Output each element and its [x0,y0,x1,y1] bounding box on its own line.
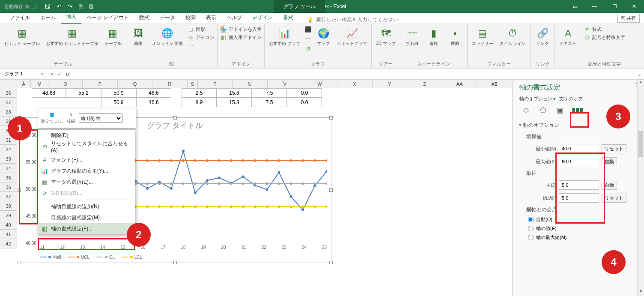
row-header[interactable]: 38 [0,201,17,211]
col-header[interactable]: Z [407,80,442,88]
tab-insert[interactable]: 挿入 [61,11,81,24]
major-input[interactable] [559,180,599,190]
col-header[interactable]: M [31,80,49,88]
outline-button[interactable]: ✎枠線 [67,113,75,124]
major-auto-button[interactable]: 自動 [602,181,617,190]
print-icon[interactable]: 🗎 [88,3,94,10]
menu-delete[interactable]: 削除(D) [38,130,135,141]
pivot-table-button[interactable]: ▦ピボット テーブル [3,26,42,47]
min-reset-button[interactable]: リセット [602,144,626,153]
size-icon[interactable]: ▣ [555,105,565,115]
spark-winloss-button[interactable]: ▪勝敗 [446,26,465,47]
col-header[interactable]: O [48,80,83,88]
fx-icon[interactable]: fx [66,71,70,77]
text-options-link[interactable]: 文字のオプ [559,96,583,102]
cell[interactable]: 15.8 [217,88,252,98]
col-header[interactable]: P [83,80,118,88]
row-header[interactable]: 41 [0,230,17,239]
minor-reset-button[interactable]: リセット [602,194,626,203]
enter-icon[interactable]: ✓ [57,71,62,77]
undo-icon[interactable]: ↶ [57,3,62,10]
resize-handle[interactable] [329,188,333,192]
ribbon-options-icon[interactable]: ▭ [565,0,585,13]
cell[interactable]: 55.2 [66,88,101,98]
resize-handle[interactable] [329,116,333,120]
cell[interactable]: 2.5 [182,88,217,98]
col-header[interactable]: Q [118,80,153,88]
picture-button[interactable]: 🖼画像 [129,26,148,47]
col-header[interactable]: S [188,80,198,88]
row-header[interactable]: 42 [0,239,17,248]
tell-me[interactable]: 💡 実行したい作業を入力してください [307,16,398,24]
tab-file[interactable]: ファイル [4,12,35,24]
row-header[interactable]: 34 [0,164,17,173]
col-header[interactable]: X [337,80,373,88]
tab-home[interactable]: ホーム [35,12,61,24]
my-addins-button[interactable]: ◧個人用アドイン [220,34,262,41]
timeline-button[interactable]: ⏱タイム ライン [498,26,528,47]
tab-help[interactable]: ヘルプ [221,12,247,24]
menu-gridline-format[interactable]: 目盛線の書式設定(M)... [38,212,135,223]
more-button[interactable]: ⋯ [187,42,215,49]
resize-handle[interactable] [329,261,333,264]
axis-options-icon[interactable]: ▮▮▮ [572,105,582,115]
maximize-icon[interactable]: ☐ [605,0,624,13]
chart-element-select[interactable]: 縦 (値) 軸 [79,114,122,123]
tab-data[interactable]: データ [155,12,180,24]
tab-review[interactable]: 校閲 [180,12,201,24]
axis-options-link[interactable]: 軸のオプション ▾ [519,96,556,102]
tab-page-layout[interactable]: ページ レイアウト [81,12,134,24]
tab-view[interactable]: 表示 [201,12,221,24]
rec-pivot-button[interactable]: ▦おすすめ ピボットテーブル [44,26,100,47]
cell[interactable]: 48.68 [32,88,66,98]
row-header[interactable]: 26 [0,88,17,98]
cross-value[interactable]: 軸の値(E) [528,225,640,232]
resize-handle[interactable] [18,261,21,264]
menu-reset[interactable]: ⟲リセットしてスタイルに合わせる(A) [38,141,135,152]
minimize-icon[interactable]: — [585,0,605,13]
max-input[interactable] [559,157,599,166]
max-auto-button[interactable]: 自動 [602,157,617,166]
cell[interactable]: 7.5 [252,88,287,98]
text-button[interactable]: Aテキスト [558,26,578,47]
min-input[interactable] [559,144,599,153]
menu-font[interactable]: Aフォント(F)... [38,154,135,165]
slicer-button[interactable]: ▤スライサー [470,26,495,47]
col-header[interactable]: A [17,80,31,88]
col-header[interactable]: R [152,80,188,88]
share-button[interactable]: ⇱ 共有 [617,14,640,23]
x-axis[interactable]: 111213141516171819202122232425 [40,245,327,250]
col-header[interactable]: T [198,80,233,88]
effects-icon[interactable]: ⬠ [538,105,548,115]
tab-formulas[interactable]: 数式 [134,12,155,24]
get-addins-button[interactable]: 🏪アドインを入手 [220,26,262,33]
save-icon[interactable]: 🖫 [45,3,51,10]
equation-button[interactable]: π数式 [584,26,625,33]
col-header[interactable]: Y [373,80,408,88]
icons-button[interactable]: ☺アイコン [187,34,215,41]
formula-input[interactable] [72,70,635,78]
touch-icon[interactable]: ⎘ [79,3,82,10]
table-button[interactable]: ▦テーブル [103,26,123,47]
cell[interactable]: 15.8 [217,98,252,107]
menu-axis-format[interactable]: ◧軸の書式設定(F)... [38,223,135,234]
cross-max[interactable]: 軸の最大値(M) [528,234,640,241]
row-header[interactable]: 33 [0,154,17,164]
menu-add-minor-grid[interactable]: 補助目盛線の追加(N) [38,201,135,212]
spark-line-button[interactable]: 〰折れ線 [403,26,422,47]
line-chart-button[interactable]: 〰 [304,35,311,42]
shapes-button[interactable]: ◻図形 [187,26,215,33]
col-header[interactable]: AA [442,80,477,88]
resize-handle[interactable] [173,116,177,120]
col-header[interactable]: U [233,80,268,88]
cross-auto[interactable]: 自動(O) [528,216,640,223]
symbol-button[interactable]: Ω記号と特殊文字 [584,34,625,41]
cell[interactable]: 46.6 [136,88,171,98]
row-header[interactable]: 27 [0,98,17,107]
row-header[interactable]: 36 [0,182,17,192]
y-axis[interactable]: 40.0045.0050.0055.0060.00 [21,135,38,242]
pie-chart-button[interactable]: ◔ [304,45,311,51]
toggle-switch-icon[interactable] [25,4,37,9]
chevron-down-icon[interactable]: ▾ [41,72,43,76]
worksheet[interactable]: AMOPQRSTUVWXYZAAAB 262728293031323334353… [0,80,512,296]
